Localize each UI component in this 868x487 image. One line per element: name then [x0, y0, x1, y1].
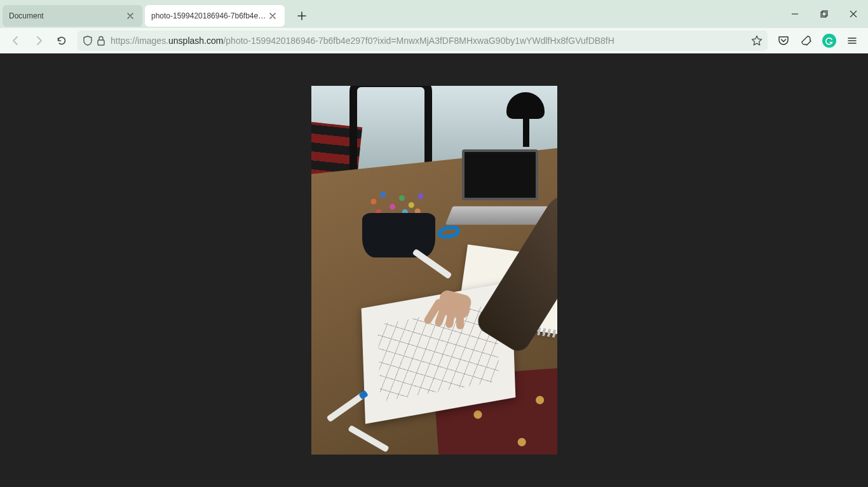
close-icon[interactable]	[125, 10, 136, 22]
devtools-button[interactable]	[796, 30, 817, 51]
new-tab-button[interactable]	[292, 6, 311, 25]
url-path: /photo-1599420186946-7b6fb4e297f0?ixid=M…	[223, 36, 614, 46]
back-button[interactable]	[5, 30, 27, 51]
window-controls	[780, 0, 868, 28]
displayed-image[interactable]	[311, 86, 557, 455]
site-security[interactable]	[83, 36, 105, 46]
svg-rect-1	[822, 11, 827, 16]
tab-strip: Document photo-1599420186946-7b6fb4e297f…	[0, 0, 868, 28]
toolbar: https://images.unsplash.com/photo-159942…	[0, 28, 868, 53]
url-host: unsplash.com	[168, 36, 223, 46]
tab-document[interactable]: Document	[3, 5, 142, 27]
app-menu-button[interactable]	[841, 30, 863, 51]
close-window-button[interactable]	[839, 1, 868, 27]
svg-rect-0	[821, 12, 826, 17]
reload-button[interactable]	[51, 30, 72, 51]
minimize-button[interactable]	[780, 1, 810, 27]
url-bar[interactable]: https://images.unsplash.com/photo-159942…	[78, 31, 768, 51]
grammarly-extension[interactable]	[818, 30, 840, 51]
tab-title: Document	[9, 11, 125, 20]
svg-rect-2	[98, 40, 104, 45]
forward-button[interactable]	[28, 30, 50, 51]
tab-image[interactable]: photo-1599420186946-7b6fb4e297f0	[145, 5, 285, 27]
close-icon[interactable]	[267, 10, 278, 22]
pocket-button[interactable]	[773, 30, 794, 51]
url-text: https://images.unsplash.com/photo-159942…	[111, 36, 746, 46]
bookmark-star-icon[interactable]	[751, 35, 763, 46]
maximize-button[interactable]	[810, 1, 839, 27]
url-prefix: https://images.	[111, 36, 168, 46]
grammarly-icon	[822, 34, 836, 48]
content-viewport	[0, 53, 868, 487]
lock-icon	[97, 36, 105, 46]
tab-title: photo-1599420186946-7b6fb4e297f0	[151, 11, 267, 20]
shield-icon	[83, 36, 93, 46]
